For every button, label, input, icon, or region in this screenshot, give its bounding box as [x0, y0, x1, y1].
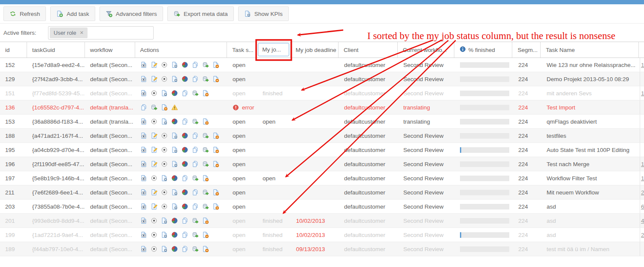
statistics-icon[interactable]	[171, 90, 178, 97]
clone-icon[interactable]	[181, 90, 188, 97]
task-state-icon[interactable]	[151, 246, 157, 252]
table-row[interactable]: 189{f44ab797-10e0-4...default (Secon...o…	[0, 242, 644, 256]
open-task-icon[interactable]	[140, 189, 147, 196]
task-settings-icon[interactable]	[171, 132, 178, 139]
open-task-icon[interactable]	[140, 118, 147, 125]
edit-task-icon[interactable]	[151, 132, 157, 139]
delete-task-icon[interactable]	[212, 189, 219, 196]
statistics-icon[interactable]	[181, 61, 188, 68]
statistics-icon[interactable]	[171, 118, 178, 125]
edge-link[interactable]: 1	[641, 90, 644, 97]
task-settings-icon[interactable]	[161, 118, 168, 125]
edit-task-icon[interactable]	[151, 146, 157, 153]
task-state-icon[interactable]	[161, 146, 168, 153]
open-task-icon[interactable]	[140, 161, 147, 167]
add-task-button[interactable]: Add task	[50, 6, 95, 21]
delete-task-icon[interactable]	[202, 175, 209, 182]
open-task-icon[interactable]	[140, 76, 147, 82]
task-settings-icon[interactable]	[161, 175, 168, 182]
open-task-icon[interactable]	[140, 246, 147, 252]
column-header-myJob[interactable]: My jo...	[257, 42, 290, 58]
clone-icon[interactable]	[140, 104, 147, 111]
export-task-icon[interactable]	[192, 118, 199, 125]
column-header-taskName[interactable]: Task Name	[541, 42, 639, 58]
clone-icon[interactable]	[192, 76, 199, 82]
export-task-icon[interactable]	[202, 189, 209, 196]
task-settings-icon[interactable]	[161, 246, 168, 252]
clone-icon[interactable]	[181, 217, 188, 224]
table-row[interactable]: 152{15e7d8a9-eed2-4...default (Secon...o…	[0, 58, 644, 72]
statistics-icon[interactable]	[181, 132, 188, 139]
edge-link[interactable]: 2	[641, 189, 644, 196]
clone-icon[interactable]	[181, 118, 188, 125]
task-settings-icon[interactable]	[161, 217, 168, 224]
statistics-icon[interactable]	[181, 76, 188, 82]
table-row[interactable]: 151{f77ed8fd-5239-45...default (Secon...…	[0, 86, 644, 100]
table-row[interactable]: 195{a04cb929-d70e-4...default (Secon...o…	[0, 143, 644, 157]
open-task-icon[interactable]	[140, 231, 147, 238]
export-task-icon[interactable]	[202, 146, 209, 153]
task-state-icon[interactable]	[161, 132, 168, 139]
edit-task-icon[interactable]	[151, 189, 157, 196]
edge-link[interactable]: 1	[641, 175, 644, 182]
column-header-deadline[interactable]: My job deadline	[290, 42, 339, 58]
clone-icon[interactable]	[181, 246, 188, 252]
export-task-icon[interactable]	[202, 203, 209, 210]
advanced-filters-button[interactable]: Advanced filters	[100, 6, 163, 21]
export-task-icon[interactable]	[151, 104, 157, 111]
table-row[interactable]: 199{1ad7221d-9aef-4...default (Secon...o…	[0, 228, 644, 242]
delete-task-icon[interactable]	[202, 231, 209, 238]
statistics-icon[interactable]	[181, 203, 188, 210]
clone-icon[interactable]	[192, 161, 199, 167]
edge-link[interactable]: 6	[641, 203, 644, 210]
export-task-icon[interactable]	[202, 61, 209, 68]
edge-link[interactable]: 2	[641, 232, 644, 238]
open-task-icon[interactable]	[140, 90, 147, 97]
open-task-icon[interactable]	[140, 146, 147, 153]
column-header-client[interactable]: Client	[339, 42, 398, 58]
task-state-icon[interactable]	[161, 161, 168, 167]
export-task-icon[interactable]	[192, 231, 199, 238]
table-row[interactable]: 188{a471ad21-167f-4...default (Secon...o…	[0, 129, 644, 143]
export-task-icon[interactable]	[192, 246, 199, 252]
task-state-icon[interactable]	[151, 118, 157, 125]
delete-task-icon[interactable]	[212, 203, 219, 210]
task-state-icon[interactable]	[161, 76, 168, 82]
delete-task-icon[interactable]	[212, 61, 219, 68]
clone-icon[interactable]	[181, 175, 188, 182]
statistics-icon[interactable]	[171, 246, 178, 252]
table-row[interactable]: 136{1c65582c-d797-4...default (transla..…	[0, 100, 644, 115]
task-settings-icon[interactable]	[161, 231, 168, 238]
task-state-icon[interactable]	[151, 175, 157, 182]
task-settings-icon[interactable]	[161, 90, 168, 97]
delete-task-icon[interactable]	[212, 76, 219, 82]
edge-link[interactable]: 4	[641, 218, 644, 224]
delete-task-icon[interactable]	[202, 246, 209, 252]
column-header-taskStatus[interactable]: Task s...	[227, 42, 257, 58]
statistics-icon[interactable]	[171, 217, 178, 224]
edit-task-icon[interactable]	[151, 203, 157, 210]
column-header-taskGuid[interactable]: taskGuid	[27, 42, 85, 58]
filter-tag-remove-icon[interactable]: ✕	[80, 30, 84, 36]
export-task-icon[interactable]	[202, 76, 209, 82]
export-task-icon[interactable]	[192, 217, 199, 224]
table-row[interactable]: 129{27f42ad9-3cbb-4...default (Secon...o…	[0, 72, 644, 86]
active-filters-box[interactable]: User role✕	[48, 26, 154, 39]
clone-icon[interactable]	[192, 132, 199, 139]
task-settings-icon[interactable]	[171, 203, 178, 210]
open-task-icon[interactable]	[140, 61, 147, 68]
edit-task-icon[interactable]	[151, 61, 157, 68]
edge-link[interactable]: 1	[641, 161, 644, 167]
export-task-icon[interactable]	[202, 132, 209, 139]
delete-task-icon[interactable]	[202, 217, 209, 224]
clone-icon[interactable]	[192, 61, 199, 68]
column-header-actions[interactable]: Actions	[135, 42, 227, 58]
table-row[interactable]: 211{7e6f2689-6ee1-4...default (Secon...o…	[0, 185, 644, 200]
clone-icon[interactable]	[192, 146, 199, 153]
refresh-button[interactable]: Refresh	[3, 6, 46, 21]
delete-task-icon[interactable]	[212, 132, 219, 139]
export-task-icon[interactable]	[202, 161, 209, 167]
edit-task-icon[interactable]	[151, 161, 157, 167]
task-state-icon[interactable]	[151, 217, 157, 224]
task-settings-icon[interactable]	[171, 146, 178, 153]
